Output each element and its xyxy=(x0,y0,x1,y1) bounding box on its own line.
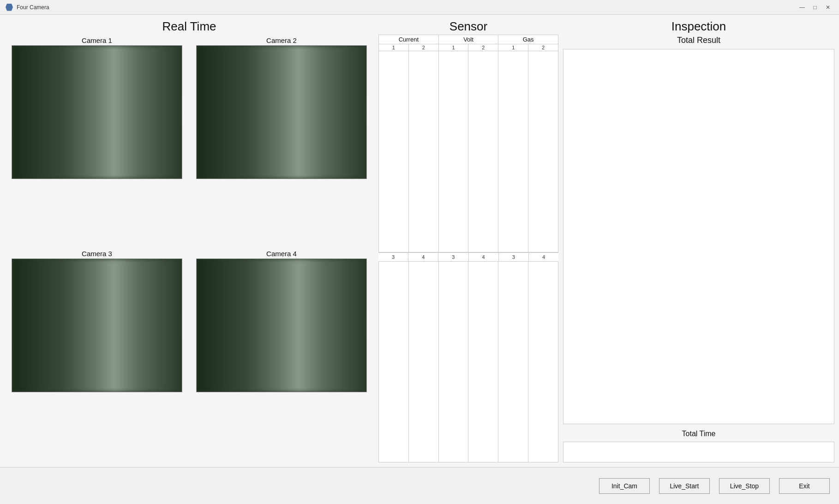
camera-2-label: Camera 2 xyxy=(266,36,297,44)
title-bar: Four Camera — □ ✕ xyxy=(0,0,839,15)
bottom-bar: Init_Cam Live_Start Live_Stop Exit xyxy=(0,467,839,504)
sensor-header-row: Current Volt Gas xyxy=(378,35,558,44)
sensor-header-current: Current xyxy=(379,35,439,44)
main-content: Real Time Camera 1 Camera 2 Camera 3 xyxy=(0,15,839,467)
sensor-sub-6: 2 xyxy=(528,44,558,51)
sensor-subheader-top: 1 2 1 2 1 2 xyxy=(378,44,558,51)
camera-1-feed xyxy=(12,45,182,179)
sensor-sub-2: 2 xyxy=(409,44,439,51)
sensor-div-1: 3 xyxy=(378,253,408,261)
sensor-top-body xyxy=(378,51,558,252)
sensor-div-3: 3 xyxy=(438,253,468,261)
inspection-subtitle: Total Result xyxy=(563,36,834,45)
close-button[interactable]: ✕ xyxy=(822,3,833,12)
inspection-title: Inspection xyxy=(563,19,834,34)
inspection-section: Inspection Total Result Total Time xyxy=(563,19,834,462)
maximize-button[interactable]: □ xyxy=(809,3,821,12)
live-start-button[interactable]: Live_Start xyxy=(659,478,710,494)
camera-4-label: Camera 4 xyxy=(266,250,297,258)
sensor-bottom-body xyxy=(378,262,558,463)
sensor-bcol-6 xyxy=(528,262,558,462)
camera-3-label: Camera 3 xyxy=(82,250,112,258)
sensor-col-4 xyxy=(468,51,498,252)
sensor-wrapper: Current Volt Gas 1 2 1 2 1 2 xyxy=(378,35,558,462)
sensor-sub-1: 1 xyxy=(379,44,409,51)
sensor-col-6 xyxy=(528,51,558,252)
sensor-bcol-2 xyxy=(409,262,439,462)
inspection-result-box xyxy=(563,49,834,424)
camera-2-feed xyxy=(196,45,367,179)
sensor-div-5: 3 xyxy=(499,253,529,261)
camera-3-image xyxy=(12,259,182,392)
sensor-header-gas: Gas xyxy=(498,35,558,44)
exit-button[interactable]: Exit xyxy=(779,478,830,494)
sensor-sub-5: 1 xyxy=(498,44,528,51)
sensor-bcol-1 xyxy=(379,262,409,462)
sensor-header-volt: Volt xyxy=(439,35,499,44)
app-title: Four Camera xyxy=(17,4,49,11)
sensor-divider-row: 3 4 3 4 3 4 xyxy=(378,252,558,262)
sensor-title: Sensor xyxy=(378,19,558,34)
title-bar-left: Four Camera xyxy=(6,4,49,11)
camera-4-feed xyxy=(196,258,367,392)
app-icon xyxy=(6,4,13,11)
camera-1-image xyxy=(12,46,182,179)
camera-cell-2: Camera 2 xyxy=(189,36,374,250)
sensor-div-4: 4 xyxy=(469,253,499,261)
title-bar-controls: — □ ✕ xyxy=(797,3,833,12)
total-time-label: Total Time xyxy=(563,430,834,438)
sensor-section: Sensor Current Volt Gas 1 2 1 2 1 2 xyxy=(378,19,558,462)
camera-1-label: Camera 1 xyxy=(82,36,112,44)
sensor-sub-3: 1 xyxy=(439,44,469,51)
init-cam-button[interactable]: Init_Cam xyxy=(599,478,650,494)
camera-4-image xyxy=(197,259,366,392)
sensor-col-2 xyxy=(409,51,439,252)
sensor-col-1 xyxy=(379,51,409,252)
sensor-col-3 xyxy=(439,51,469,252)
total-time-box xyxy=(563,442,834,462)
sensor-div-2: 4 xyxy=(408,253,438,261)
camera-cell-1: Camera 1 xyxy=(5,36,189,250)
minimize-button[interactable]: — xyxy=(797,3,808,12)
camera-3-feed xyxy=(12,258,182,392)
cameras-grid: Camera 1 Camera 2 Camera 3 Camera 4 xyxy=(5,36,374,462)
sensor-col-5 xyxy=(498,51,528,252)
camera-cell-3: Camera 3 xyxy=(5,250,189,463)
live-stop-button[interactable]: Live_Stop xyxy=(719,478,770,494)
sensor-bcol-5 xyxy=(498,262,528,462)
sensor-div-6: 4 xyxy=(529,253,558,261)
camera-2-image xyxy=(197,46,366,179)
sensor-bcol-3 xyxy=(439,262,469,462)
camera-cell-4: Camera 4 xyxy=(189,250,374,463)
realtime-section: Real Time Camera 1 Camera 2 Camera 3 xyxy=(5,19,374,462)
sensor-bcol-4 xyxy=(468,262,498,462)
realtime-title: Real Time xyxy=(5,19,374,34)
sensor-sub-4: 2 xyxy=(468,44,498,51)
